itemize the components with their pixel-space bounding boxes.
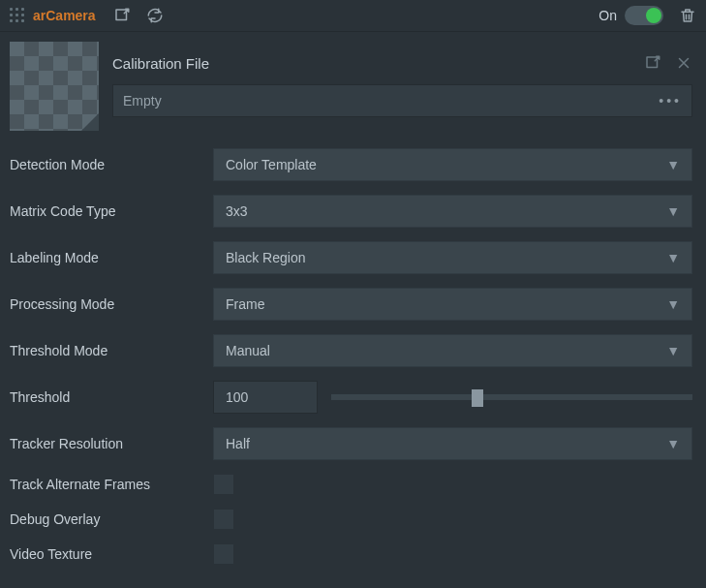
- threshold-slider[interactable]: [331, 394, 692, 400]
- trash-icon[interactable]: [679, 7, 696, 24]
- calibration-clear-icon[interactable]: [675, 54, 692, 72]
- calibration-edit-icon[interactable]: [644, 54, 661, 72]
- sync-icon[interactable]: [146, 7, 164, 24]
- track-alternate-frames-label: Track Alternate Frames: [10, 477, 213, 492]
- more-icon[interactable]: •••: [659, 93, 682, 108]
- chevron-down-icon: ▼: [666, 436, 680, 451]
- track-alternate-frames-checkbox[interactable]: [213, 474, 234, 495]
- calibration-file-label: Calibration File: [112, 55, 630, 72]
- matrix-code-type-select[interactable]: 3x3▼: [213, 195, 692, 228]
- video-texture-checkbox[interactable]: [213, 543, 234, 565]
- chevron-down-icon: ▼: [666, 343, 680, 358]
- chevron-down-icon: ▼: [666, 250, 680, 265]
- edit-icon[interactable]: [113, 7, 131, 24]
- video-texture-label: Video Texture: [10, 546, 213, 562]
- slider-thumb[interactable]: [472, 389, 483, 407]
- matrix-code-type-label: Matrix Code Type: [10, 203, 213, 219]
- calibration-file-value: Empty: [123, 93, 162, 108]
- detection-mode-select[interactable]: Color Template▼: [213, 148, 692, 181]
- processing-mode-select[interactable]: Frame▼: [213, 288, 692, 321]
- debug-overlay-checkbox[interactable]: [213, 509, 234, 530]
- labeling-mode-label: Labeling Mode: [10, 250, 213, 265]
- processing-mode-label: Processing Mode: [10, 296, 213, 312]
- labeling-mode-select[interactable]: Black Region▼: [213, 241, 692, 274]
- on-label: On: [599, 8, 617, 23]
- threshold-label: Threshold: [10, 389, 213, 405]
- grip-handle[interactable]: [10, 8, 25, 23]
- threshold-input[interactable]: 100: [213, 381, 318, 414]
- component-title[interactable]: arCamera: [33, 8, 96, 23]
- chevron-down-icon: ▼: [666, 157, 680, 172]
- chevron-down-icon: ▼: [666, 296, 680, 312]
- tracker-resolution-select[interactable]: Half▼: [213, 427, 692, 460]
- calibration-thumbnail[interactable]: [10, 42, 99, 131]
- enabled-toggle[interactable]: [625, 6, 663, 25]
- debug-overlay-label: Debug Overlay: [10, 511, 213, 527]
- svg-rect-1: [647, 57, 658, 68]
- detection-mode-label: Detection Mode: [10, 157, 213, 172]
- chevron-down-icon: ▼: [666, 203, 680, 219]
- threshold-mode-label: Threshold Mode: [10, 343, 213, 358]
- tracker-resolution-label: Tracker Resolution: [10, 436, 213, 451]
- threshold-mode-select[interactable]: Manual▼: [213, 334, 692, 367]
- calibration-file-field[interactable]: Empty •••: [112, 84, 692, 117]
- svg-rect-0: [116, 10, 127, 20]
